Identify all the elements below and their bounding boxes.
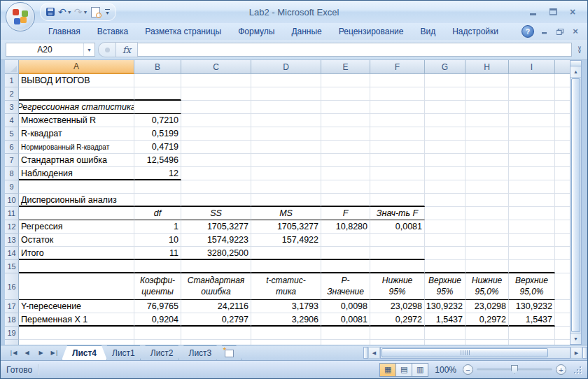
cell-F9[interactable]: [370, 180, 425, 194]
cell-G6[interactable]: [425, 141, 465, 154]
redo-dropdown-icon[interactable]: ▼: [83, 10, 88, 15]
normal-view-button[interactable]: ▦: [379, 363, 396, 377]
cell-F18[interactable]: 0,2972: [370, 313, 425, 327]
cell-I9[interactable]: [509, 180, 555, 194]
cell-I7[interactable]: [509, 154, 555, 167]
tab-split-handle[interactable]: [363, 347, 368, 359]
cell-E12[interactable]: 10,8280: [321, 220, 370, 234]
cell-H11[interactable]: [465, 207, 509, 220]
cell-D4[interactable]: [251, 114, 321, 127]
cell-D1[interactable]: [251, 74, 321, 87]
row-header-7[interactable]: 7: [5, 154, 19, 167]
cell-G20[interactable]: [425, 340, 465, 345]
cell-H9[interactable]: [465, 180, 509, 194]
cell-B13[interactable]: 10: [134, 234, 181, 247]
cell-I13[interactable]: [509, 234, 555, 247]
cell-J9[interactable]: [555, 180, 570, 194]
cell-E1[interactable]: [321, 74, 370, 87]
cell-B10[interactable]: [134, 194, 181, 207]
cell-B11[interactable]: df: [134, 207, 181, 220]
workbook-minimize-button[interactable]: [540, 27, 550, 36]
cell-I14[interactable]: [509, 247, 555, 260]
cell-C16[interactable]: Стандартная ошибка: [181, 273, 251, 300]
cell-C15[interactable]: [181, 260, 251, 273]
cell-I4[interactable]: [509, 114, 555, 127]
cell-J10[interactable]: [555, 194, 570, 207]
cell-J17[interactable]: [555, 300, 570, 313]
row-header-17[interactable]: 17: [5, 300, 19, 313]
cell-H2[interactable]: [465, 87, 509, 101]
row-header-16[interactable]: 16: [5, 273, 19, 300]
cell-D13[interactable]: 157,4922: [251, 234, 321, 247]
cell-I6[interactable]: [509, 141, 555, 154]
cell-H15[interactable]: [465, 260, 509, 273]
cell-I5[interactable]: [509, 127, 555, 141]
cell-D15[interactable]: [251, 260, 321, 273]
ribbon-tab-вставка[interactable]: Вставка: [89, 24, 137, 39]
undo-button[interactable]: ↶▼: [58, 6, 72, 18]
resize-grip[interactable]: [573, 365, 582, 374]
sheet-tab-лист4[interactable]: Лист4: [62, 345, 107, 360]
cell-J19[interactable]: [555, 327, 570, 340]
cell-H20[interactable]: [465, 340, 509, 345]
office-button[interactable]: [6, 2, 35, 31]
column-header-J[interactable]: [555, 60, 570, 74]
page-break-view-button[interactable]: ▥: [412, 363, 428, 377]
row-header-5[interactable]: 5: [5, 127, 19, 141]
ribbon-tab-надстройки[interactable]: Надстройки: [444, 24, 507, 39]
cell-E6[interactable]: [321, 141, 370, 154]
minimize-button[interactable]: [527, 7, 540, 17]
cell-G13[interactable]: [425, 234, 465, 247]
cell-E9[interactable]: [321, 180, 370, 194]
cell-F10[interactable]: [370, 194, 425, 207]
cell-D3[interactable]: [251, 101, 321, 114]
cell-A4[interactable]: Множественный R: [19, 114, 134, 127]
next-sheet-icon[interactable]: ▶: [34, 345, 48, 360]
cell-B14[interactable]: 11: [134, 247, 181, 260]
cell-B6[interactable]: 0,4719: [134, 141, 181, 154]
cell-A15[interactable]: [19, 260, 134, 273]
column-header-H[interactable]: H: [465, 60, 509, 74]
row-header-15[interactable]: 15: [5, 260, 19, 273]
select-all-button[interactable]: [5, 60, 19, 74]
cell-J5[interactable]: [555, 127, 570, 141]
cell-G7[interactable]: [425, 154, 465, 167]
column-header-D[interactable]: D: [251, 60, 321, 74]
cell-A9[interactable]: [19, 180, 134, 194]
cell-D19[interactable]: [251, 327, 321, 340]
cell-C13[interactable]: 1574,9223: [181, 234, 251, 247]
cell-E10[interactable]: [321, 194, 370, 207]
row-header-18[interactable]: 18: [5, 313, 19, 327]
cell-E14[interactable]: [321, 247, 370, 260]
cell-J2[interactable]: [555, 87, 570, 101]
name-box[interactable]: A20 ▼: [6, 43, 95, 57]
column-header-F[interactable]: F: [370, 60, 425, 74]
cell-B4[interactable]: 0,7210: [134, 114, 181, 127]
column-header-A[interactable]: A: [19, 60, 134, 74]
cell-D9[interactable]: [251, 180, 321, 194]
row-header-11[interactable]: 11: [5, 207, 19, 220]
cell-I1[interactable]: [509, 74, 555, 87]
cell-F1[interactable]: [370, 74, 425, 87]
cell-E15[interactable]: [321, 260, 370, 273]
cell-G3[interactable]: [425, 101, 465, 114]
cell-D16[interactable]: t-статис- тика: [251, 273, 321, 300]
cell-G17[interactable]: 130,9232: [425, 300, 465, 313]
column-header-B[interactable]: B: [134, 60, 181, 74]
close-button[interactable]: ×: [566, 7, 579, 17]
cell-C1[interactable]: [181, 74, 251, 87]
cell-B20[interactable]: [134, 340, 181, 345]
cell-E4[interactable]: [321, 114, 370, 127]
scrollbar-resize-handle[interactable]: [582, 347, 587, 359]
cell-H16[interactable]: Нижние 95,0%: [465, 273, 509, 300]
row-header-20[interactable]: [5, 340, 19, 345]
cell-A13[interactable]: Остаток: [19, 234, 134, 247]
cell-E2[interactable]: [321, 87, 370, 101]
workbook-close-button[interactable]: ×: [570, 27, 580, 36]
cell-E11[interactable]: F: [321, 207, 370, 220]
ribbon-tab-рецензирование[interactable]: Рецензирование: [330, 24, 412, 39]
cell-B1[interactable]: [134, 74, 181, 87]
cell-E8[interactable]: [321, 167, 370, 180]
sheet-tab-лист1[interactable]: Лист1: [102, 345, 146, 360]
cell-E16[interactable]: P-Значение: [321, 273, 370, 300]
